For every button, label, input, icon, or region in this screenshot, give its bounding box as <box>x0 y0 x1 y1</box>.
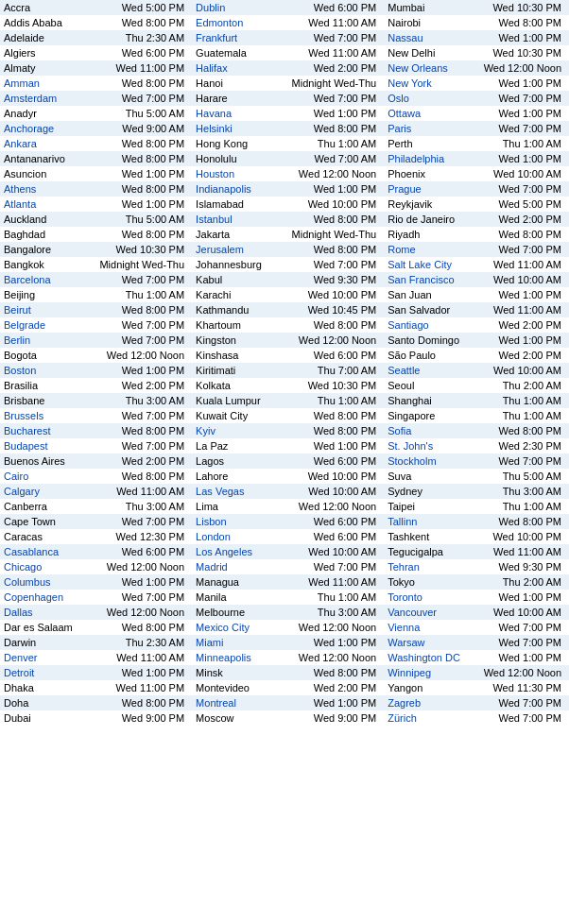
city-cell[interactable]: Halifax <box>192 60 287 76</box>
city-link[interactable]: Ankara <box>4 138 37 149</box>
city-link[interactable]: Casablanca <box>4 546 59 557</box>
city-cell[interactable]: Los Angeles <box>192 544 287 559</box>
city-cell[interactable]: Madrid <box>192 559 287 574</box>
city-cell[interactable]: Frankfurt <box>192 30 287 45</box>
city-cell[interactable]: Salt Lake City <box>384 257 479 272</box>
city-link[interactable]: Tehran <box>388 561 420 573</box>
city-cell[interactable]: Dublin <box>192 0 287 15</box>
city-link[interactable]: London <box>196 531 231 542</box>
city-link[interactable]: Salt Lake City <box>388 259 452 270</box>
city-link[interactable]: Houston <box>196 168 234 180</box>
city-cell[interactable]: Columbus <box>0 574 95 590</box>
city-link[interactable]: Miami <box>196 637 223 648</box>
city-link[interactable]: Stockholm <box>388 455 436 467</box>
city-cell[interactable]: Warsaw <box>384 635 479 650</box>
city-link[interactable]: Minneapolis <box>196 652 251 663</box>
city-link[interactable]: Halifax <box>196 62 228 74</box>
city-link[interactable]: Los Angeles <box>196 546 252 557</box>
city-link[interactable]: Atlanta <box>4 198 36 210</box>
city-link[interactable]: Beirut <box>4 304 31 316</box>
city-cell[interactable]: Las Vegas <box>192 484 287 499</box>
city-link[interactable]: Toronto <box>388 591 422 603</box>
city-cell[interactable]: Tehran <box>384 559 479 574</box>
city-cell[interactable]: Montreal <box>192 695 287 710</box>
city-link[interactable]: Sofia <box>388 425 411 436</box>
city-cell[interactable]: Atlanta <box>0 197 95 212</box>
city-cell[interactable]: Stockholm <box>384 453 479 469</box>
city-link[interactable]: Madrid <box>196 561 228 573</box>
city-link[interactable]: Zagreb <box>388 697 421 709</box>
city-cell[interactable]: Ankara <box>0 136 95 151</box>
city-link[interactable]: Berlin <box>4 334 30 346</box>
city-cell[interactable]: Edmonton <box>192 15 287 30</box>
city-cell[interactable]: Washington DC <box>384 650 479 665</box>
city-link[interactable]: Vienna <box>388 622 420 633</box>
city-cell[interactable]: Denver <box>0 650 95 665</box>
city-cell[interactable]: Boston <box>0 363 95 378</box>
city-link[interactable]: Boston <box>4 365 36 376</box>
city-link[interactable]: New Orleans <box>388 62 448 74</box>
city-cell[interactable]: Athens <box>0 181 95 197</box>
city-cell[interactable]: Dallas <box>0 605 95 620</box>
city-cell[interactable]: Havana <box>192 106 287 121</box>
city-link[interactable]: Bucharest <box>4 425 51 436</box>
city-cell[interactable]: Paris <box>384 121 479 136</box>
city-link[interactable]: Frankfurt <box>196 32 237 43</box>
city-link[interactable]: Barcelona <box>4 274 51 285</box>
city-cell[interactable]: Calgary <box>0 484 95 499</box>
city-cell[interactable]: Tallinn <box>384 514 479 529</box>
city-link[interactable]: Montreal <box>196 697 236 709</box>
city-cell[interactable]: Amman <box>0 76 95 91</box>
city-cell[interactable]: Barcelona <box>0 272 95 287</box>
city-cell[interactable]: New York <box>384 76 479 91</box>
city-link[interactable]: Belgrade <box>4 319 45 331</box>
city-cell[interactable]: St. John's <box>384 438 479 453</box>
city-link[interactable]: Brussels <box>4 410 43 421</box>
city-cell[interactable]: Belgrade <box>0 317 95 333</box>
city-link[interactable]: Rome <box>388 244 415 255</box>
city-link[interactable]: Vancouver <box>388 607 437 618</box>
city-link[interactable]: Ottawa <box>388 108 421 119</box>
city-cell[interactable]: San Francisco <box>384 272 479 287</box>
city-cell[interactable]: Seattle <box>384 363 479 378</box>
city-cell[interactable]: Helsinki <box>192 121 287 136</box>
city-cell[interactable]: Berlin <box>0 333 95 348</box>
city-link[interactable]: Lisbon <box>196 516 226 527</box>
city-cell[interactable]: Casablanca <box>0 544 95 559</box>
city-link[interactable]: San Francisco <box>388 274 454 285</box>
city-cell[interactable]: Zagreb <box>384 695 479 710</box>
city-cell[interactable]: Oslo <box>384 91 479 106</box>
city-link[interactable]: Helsinki <box>196 123 233 134</box>
city-link[interactable]: Oslo <box>388 93 409 104</box>
city-cell[interactable]: Zürich <box>384 710 479 726</box>
city-link[interactable]: Las Vegas <box>196 486 244 497</box>
city-link[interactable]: Athens <box>4 183 36 195</box>
city-link[interactable]: Columbus <box>4 576 51 588</box>
city-cell[interactable]: Vienna <box>384 620 479 635</box>
city-link[interactable]: Istanbul <box>196 214 233 225</box>
city-cell[interactable]: Ottawa <box>384 106 479 121</box>
city-link[interactable]: Indianapolis <box>196 183 251 195</box>
city-link[interactable]: Edmonton <box>196 17 243 28</box>
city-cell[interactable]: Chicago <box>0 559 95 574</box>
city-cell[interactable]: Philadelphia <box>384 151 479 166</box>
city-cell[interactable]: Cairo <box>0 469 95 484</box>
city-cell[interactable]: Brussels <box>0 408 95 423</box>
city-cell[interactable]: Copenhagen <box>0 590 95 605</box>
city-link[interactable]: Winnipeg <box>388 667 431 678</box>
city-link[interactable]: Prague <box>388 183 421 195</box>
city-cell[interactable]: Jerusalem <box>192 242 287 257</box>
city-link[interactable]: Budapest <box>4 440 47 452</box>
city-link[interactable]: Paris <box>388 123 411 134</box>
city-link[interactable]: Warsaw <box>388 637 424 648</box>
city-cell[interactable]: Rome <box>384 242 479 257</box>
city-cell[interactable]: London <box>192 529 287 544</box>
city-link[interactable]: Santiago <box>388 319 428 331</box>
city-cell[interactable]: Istanbul <box>192 212 287 227</box>
city-cell[interactable]: Toronto <box>384 590 479 605</box>
city-link[interactable]: Chicago <box>4 561 42 573</box>
city-cell[interactable]: Beirut <box>0 302 95 317</box>
city-cell[interactable]: Bucharest <box>0 423 95 438</box>
city-link[interactable]: Detroit <box>4 667 34 678</box>
city-link[interactable]: Copenhagen <box>4 591 63 603</box>
